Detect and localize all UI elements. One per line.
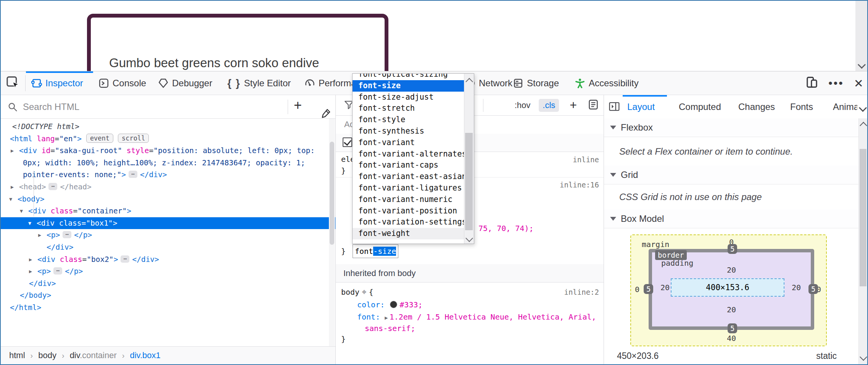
autocomplete-item[interactable]: font-stretch <box>353 103 464 114</box>
font-declaration[interactable]: font: ▶1.2em / 1.5 Helvetica Neue, Helve… <box>357 312 596 321</box>
add-node-button[interactable]: + <box>294 97 302 113</box>
breadcrumb-item[interactable]: div.box1 <box>130 350 160 360</box>
autocomplete-item[interactable]: font-size <box>353 80 464 92</box>
all-tabs-chevron-icon[interactable] <box>860 105 866 111</box>
border-top-value[interactable]: 5 <box>728 244 737 254</box>
search-input[interactable] <box>22 98 260 116</box>
margin-bottom-value[interactable]: 40 <box>711 334 752 343</box>
devtools-tab-accessibility[interactable]: Accessibility <box>573 71 655 95</box>
border-right-value[interactable]: 5 <box>808 284 818 294</box>
box1-value-fragment[interactable]: 75, 70, 74); <box>478 224 534 233</box>
saka-div-wrap1[interactable]: 0px; width: 100%; height…100%; z-index: … <box>1 157 335 169</box>
devtools-tab-debugger[interactable]: Debugger <box>156 71 221 95</box>
container-close-line[interactable]: </div> <box>1 278 335 290</box>
padding-left-value[interactable]: 20 <box>660 283 670 292</box>
autocomplete-item[interactable]: font-variation-settings <box>353 216 464 228</box>
saka-div-line[interactable]: ▸<div id="saka-gui-root" style="position… <box>1 145 335 157</box>
box-model-section-header[interactable]: Box Model <box>604 210 859 228</box>
autocomplete-item[interactable]: font-variant-alternates <box>353 149 464 160</box>
padding-top-value[interactable]: 20 <box>713 265 750 275</box>
page-scrollbar[interactable] <box>855 1 867 71</box>
layout-scrollbar[interactable] <box>858 118 867 364</box>
autocomplete-item[interactable]: font-variant-east-asian <box>353 171 464 182</box>
breadcrumb-item[interactable]: body <box>38 350 56 360</box>
expand-value-icon[interactable]: ▶ <box>385 315 388 321</box>
autocomplete-item[interactable]: font-variant-position <box>353 205 464 217</box>
autocomplete-item[interactable]: font-style <box>353 114 464 126</box>
box1-rule-source-link[interactable]: inline:16 <box>560 181 599 189</box>
autocomplete-item[interactable]: font-variant <box>353 137 464 149</box>
pseudo-class-button[interactable]: :hov <box>515 100 531 110</box>
box-model-margin[interactable]: margin 0 40 0 0 border 5 5 5 5 padding 2… <box>630 234 827 346</box>
devtools-tab-storage[interactable]: Storage <box>511 71 569 95</box>
autocomplete-item[interactable]: font-synthesis <box>353 126 464 137</box>
property-name-input[interactable]: font-size <box>353 244 398 258</box>
scrollbar-thumb[interactable] <box>330 142 334 245</box>
grid-section-header[interactable]: Grid <box>604 166 859 184</box>
flexbox-section-header[interactable]: Flexbox <box>604 118 859 137</box>
autocomplete-scrollbar[interactable] <box>464 74 474 244</box>
container-open-line[interactable]: ▾<div class="container"> <box>1 205 335 217</box>
scroll-down-icon[interactable] <box>860 353 867 361</box>
body-rule-source-link[interactable]: inline:2 <box>564 288 599 296</box>
meatball-menu-icon[interactable]: ••• <box>828 79 844 87</box>
border-left-value[interactable]: 5 <box>644 284 653 294</box>
autocomplete-item[interactable]: font-variant-caps <box>353 160 464 171</box>
responsive-design-mode-icon[interactable] <box>805 76 818 90</box>
twisty-icon[interactable]: ▾ <box>28 217 31 229</box>
color-declaration[interactable]: color: #333; <box>357 300 423 309</box>
padding-bottom-value[interactable]: 20 <box>713 305 750 314</box>
scroll-up-icon[interactable] <box>465 78 473 86</box>
box-model-content[interactable]: 400×153.6 <box>671 278 784 297</box>
twisty-icon[interactable]: ▸ <box>38 229 41 241</box>
sidebar-tab-computed[interactable]: Computed <box>679 95 727 118</box>
add-rule-button[interactable]: + <box>567 98 579 112</box>
class-panel-button[interactable]: .cls <box>539 99 559 112</box>
node-picker-button[interactable] <box>6 76 21 90</box>
twisty-icon[interactable]: ▸ <box>29 254 32 266</box>
body-open-line[interactable]: ▾<body> <box>1 193 335 205</box>
box1-close-line[interactable]: </div> <box>1 241 335 254</box>
box2-line[interactable]: ▸<div class="box2">⋯</div> <box>1 254 335 266</box>
close-icon[interactable]: ✕ <box>854 77 863 90</box>
devtools-tab-console[interactable]: Console <box>97 71 153 95</box>
margin-left-value[interactable]: 0 <box>635 285 639 294</box>
scrollbar-thumb[interactable] <box>465 133 473 230</box>
box1-line-selected[interactable]: ▾<div class="box1"> <box>1 217 335 229</box>
doctype-line[interactable]: <!DOCTYPE html> <box>1 121 335 133</box>
scroll-down-icon[interactable] <box>465 234 473 242</box>
scroll-up-icon[interactable] <box>860 122 867 129</box>
p-line[interactable]: ▸<p>⋯</p> <box>1 229 335 241</box>
twisty-icon[interactable]: ▾ <box>9 193 12 205</box>
html-close-line[interactable]: </html> <box>1 302 335 314</box>
twisty-icon[interactable]: ▸ <box>29 265 32 278</box>
box-model-border[interactable]: border 5 5 5 5 padding 20 20 20 20 400×1… <box>649 249 814 330</box>
sidebar-tab-changes[interactable]: Changes <box>738 95 779 118</box>
color-swatch[interactable] <box>390 301 397 308</box>
breadcrumb-item[interactable]: html <box>9 350 25 360</box>
autocomplete-item[interactable]: font-weight <box>353 228 464 239</box>
sidebar-tab-animations[interactable]: Animations <box>833 95 857 118</box>
highlight-target-icon[interactable]: ⌖ <box>362 287 366 297</box>
twisty-icon[interactable]: ▾ <box>20 205 23 217</box>
markup-scrollbar[interactable] <box>329 119 335 347</box>
sidebar-tab-fonts[interactable]: Fonts <box>790 95 818 118</box>
padding-right-value[interactable]: 20 <box>792 283 801 292</box>
devtools-tab-style-editor[interactable]: { }Style Editor <box>226 71 301 95</box>
breadcrumb-item[interactable]: div.container <box>70 350 117 360</box>
element-rule-source-link[interactable]: inline <box>573 155 599 164</box>
html-open-line[interactable]: <html lang="en">eventscroll <box>1 133 335 145</box>
body-close-line[interactable]: </body> <box>1 289 335 302</box>
sidebar-tab-layout[interactable]: Layout <box>623 95 667 118</box>
sidebar-toggle-icon[interactable] <box>609 101 620 113</box>
p2-line[interactable]: ▸<p>⋯</p> <box>1 265 335 278</box>
autocomplete-item[interactable]: font-variant-ligatures <box>353 182 464 194</box>
saka-div-wrap2[interactable]: pointer-events: none;">⋯</div> <box>1 169 335 181</box>
devtools-tab-inspector[interactable]: Inspector <box>26 71 93 95</box>
scrollbar-thumb[interactable] <box>860 149 866 286</box>
print-simulation-icon[interactable] <box>588 99 599 112</box>
twisty-icon[interactable]: ▸ <box>11 181 14 193</box>
twisty-icon[interactable]: ▸ <box>11 145 14 157</box>
class-checkbox[interactable] <box>343 137 352 147</box>
border-bottom-value[interactable]: 5 <box>728 323 737 333</box>
